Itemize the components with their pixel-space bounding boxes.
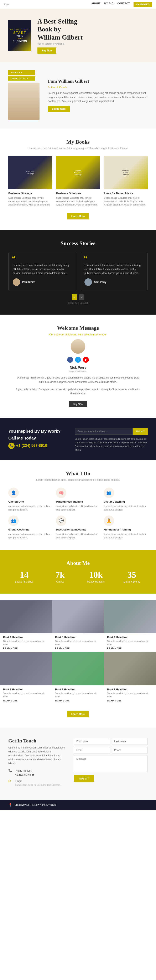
stat-readers-num: 10k [80, 571, 112, 579]
what-desc-2: consecteuer adipiscing elit tis nibh pul… [56, 504, 99, 511]
cta-right: SUBMIT Lorem ipsum dolor sit amet, conse… [75, 426, 148, 452]
read-more-5[interactable]: READ MORE [55, 700, 101, 702]
stat-books-num: 14 [8, 571, 40, 579]
twitter-icon[interactable]: t [75, 357, 81, 363]
book-word-business: BUSINESS [13, 40, 27, 43]
nav-about[interactable]: ABOUT [91, 2, 100, 7]
what-card-3: 👥 Group Coaching consecteuer adipiscing … [104, 488, 147, 511]
book-2-desc: Suspendisse vulputate arcu in velit cons… [56, 196, 100, 207]
what-title-5: Discussion at meetings [56, 528, 99, 531]
what-desc-3: consecteuer adipiscing elit tis nibh pul… [104, 504, 147, 511]
youtube-icon[interactable]: ▶ [83, 357, 89, 363]
author-role: Author & Coach [48, 86, 148, 89]
author-portrait-img [8, 83, 40, 120]
portfolio-item-4: Post 3 Headline Sample small text, Lorem… [0, 652, 52, 704]
navigation: logo ABOUT MY BIO CONTACT MY BOOKS [0, 0, 156, 9]
portfolio-img-1 [0, 600, 52, 633]
map-address: Broadway No 72, New York, NY 0133 [14, 803, 56, 807]
nav-contact[interactable]: CONTACT [117, 2, 130, 7]
portfolio-headline-6: Post 1 Headline [107, 688, 153, 691]
read-more-1[interactable]: READ MORE [3, 647, 49, 649]
contact-email-input[interactable] [74, 747, 110, 754]
portfolio-desc-6: Sample small text, Lorem ipsum dolor sit… [107, 692, 153, 698]
map-icon: 📍 [8, 803, 13, 807]
buy-now-button[interactable]: Buy Now [37, 48, 56, 54]
nav-bio[interactable]: MY BIO [104, 2, 113, 7]
quote-mark-1: ❝ [12, 255, 16, 262]
cta-section: You Inspired By My Work? Call Me Today 📞… [0, 418, 156, 460]
cta-headline: You Inspired By My Work? [8, 429, 61, 434]
author-bio: I'am William Gilbert Author & Coach Lore… [48, 78, 148, 112]
read-more-2[interactable]: READ MORE [55, 647, 101, 649]
quotes-next-button[interactable]: › [79, 294, 84, 300]
first-name-input[interactable] [74, 738, 110, 745]
quotes-nav: ‹ › [8, 294, 148, 300]
email-submit-button[interactable]: SUBMIT [133, 428, 148, 435]
about-title: About Me [8, 560, 148, 566]
learn-more-button[interactable]: Learn more [48, 106, 70, 112]
stat-books-label: Books Published [8, 580, 40, 583]
book-word-start: START [13, 31, 26, 35]
portfolio-headline-1: Post 4 Headline [3, 636, 49, 639]
portfolio-info-2: Post 5 Headline Sample small text, Lorem… [52, 633, 104, 652]
book-word-your: YOUR [16, 35, 23, 37]
avatar-paul [13, 278, 20, 286]
what-title-6: Mindfulness Training [104, 528, 147, 531]
books-learn-more-button[interactable]: Learn More [67, 213, 89, 220]
author-intro-section: MY BOOKS DOWNLOAD MY CV I'am William Gil… [0, 62, 156, 129]
email-input[interactable] [75, 428, 133, 435]
phone-detail-icon: 📞 [8, 769, 13, 772]
what-title: What I Do [8, 471, 148, 477]
what-desc-6: consecteuer adipiscing elit tis nibh pul… [104, 532, 147, 539]
contact-message-input[interactable] [74, 756, 148, 772]
ebook-note: eBook Version is Available [37, 43, 83, 45]
cta-phone: 📞 +1 (234) 567-8910 [8, 442, 61, 449]
stat-events: 35 Literary Events [116, 571, 148, 583]
quotes-prev-button[interactable]: ‹ [72, 294, 77, 300]
what-grid: 👤 One-on One consecteuer adipiscing elit… [8, 488, 148, 539]
portfolio-img-3 [104, 600, 156, 633]
contact-phone-input[interactable] [112, 747, 148, 754]
portfolio-info-6: Post 1 Headline Sample small text, Lorem… [104, 686, 156, 704]
book-1-desc: Suspendisse vulputate arcu in velit cons… [8, 196, 52, 207]
books-grid: BusinessStrategy Business Strategy Suspe… [8, 156, 148, 207]
welcome-person-name: Nick Perry [8, 366, 148, 369]
what-card-6: 🧘 Mindfulness Training consecteuer adipi… [104, 515, 147, 539]
facebook-icon[interactable]: f [67, 357, 73, 363]
phone-value: +1 232 343 44 55 [15, 773, 35, 777]
download-cv-badge[interactable]: DOWNLOAD MY CV [8, 76, 35, 81]
read-more-4[interactable]: READ MORE [3, 700, 49, 702]
nav-books[interactable]: MY BOOKS [134, 2, 152, 7]
book-cover-1-img: BusinessStrategy [8, 156, 52, 189]
portfolio-item-1: Post 4 Headline Sample small text, Lorem… [0, 600, 52, 652]
cta-left: You Inspired By My Work? Call Me Today 📞… [8, 429, 61, 449]
quotes-grid: ❝ Lorem ipsum dolor sit amet, consectetu… [8, 253, 148, 290]
welcome-title: Welcome Message [8, 325, 148, 331]
what-title-2: Mindfulness Training [56, 500, 99, 503]
portfolio-desc-3: Sample small text, Lorem ipsum dolor sit… [107, 640, 153, 646]
portfolio-btn-wrap: Learn More [0, 704, 156, 721]
last-name-input[interactable] [112, 738, 148, 745]
portfolio-img-4 [0, 652, 52, 686]
read-more-6[interactable]: READ MORE [107, 700, 153, 702]
form-name-row [74, 738, 148, 745]
email-detail-icon: ✉ [8, 779, 13, 783]
author-bio-text: Lorem ipsum dolor sit amet, consectetur … [48, 91, 148, 103]
portfolio-item-6: Post 1 Headline Sample small text, Lorem… [104, 652, 156, 704]
contact-email-detail: ✉ Email: Sample text. Click to select th… [8, 779, 66, 787]
portfolio-section: Post 4 Headline Sample small text, Lorem… [0, 593, 156, 728]
what-card-5: 💬 Discussion at meetings consecteuer adi… [56, 515, 99, 539]
read-more-3[interactable]: READ MORE [107, 647, 153, 649]
my-books-badge[interactable]: MY BOOKS [8, 70, 35, 75]
stat-events-label: Literary Events [116, 580, 148, 583]
what-desc-1: consecteuer adipiscing elit tis nibh pul… [8, 504, 52, 511]
map-bar: 📍 Broadway No 72, New York, NY 0133 [0, 800, 156, 810]
portfolio-learn-more-button[interactable]: Learn More [67, 711, 89, 717]
author-badges-stack: MY BOOKS DOWNLOAD MY CV [8, 70, 40, 81]
contact-submit-button[interactable]: SUBMIT [74, 775, 94, 782]
books-section: My Books Lorem ipsum dolor sit amet, con… [0, 129, 156, 230]
stat-clients: 7k Clients [44, 571, 76, 583]
welcome-buy-button[interactable]: Buy Now [69, 401, 87, 407]
portfolio-top-row: Post 4 Headline Sample small text, Lorem… [0, 600, 156, 652]
book-2-title: Business Solutions [56, 192, 100, 195]
